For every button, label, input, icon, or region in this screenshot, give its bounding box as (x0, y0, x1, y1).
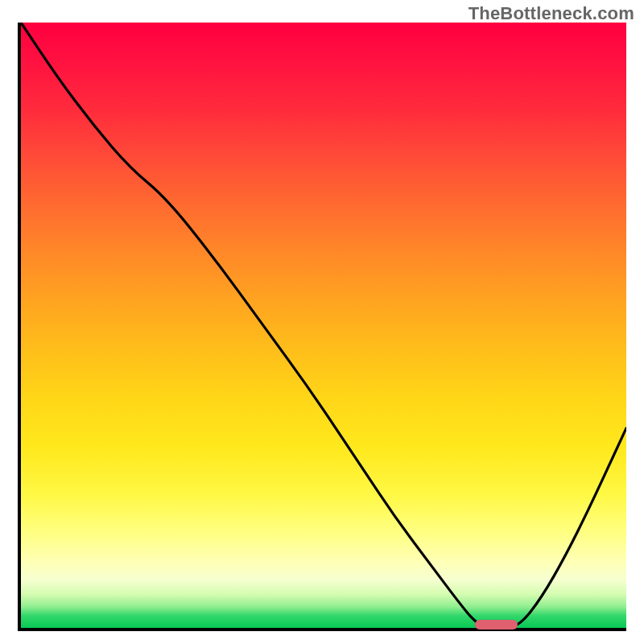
bottleneck-chart: TheBottleneck.com (0, 0, 644, 644)
watermark-text: TheBottleneck.com (469, 3, 634, 24)
bottleneck-curve-path (21, 23, 626, 628)
optimal-range-marker (475, 620, 518, 630)
plot-area (18, 23, 626, 631)
curve-layer (21, 23, 626, 628)
